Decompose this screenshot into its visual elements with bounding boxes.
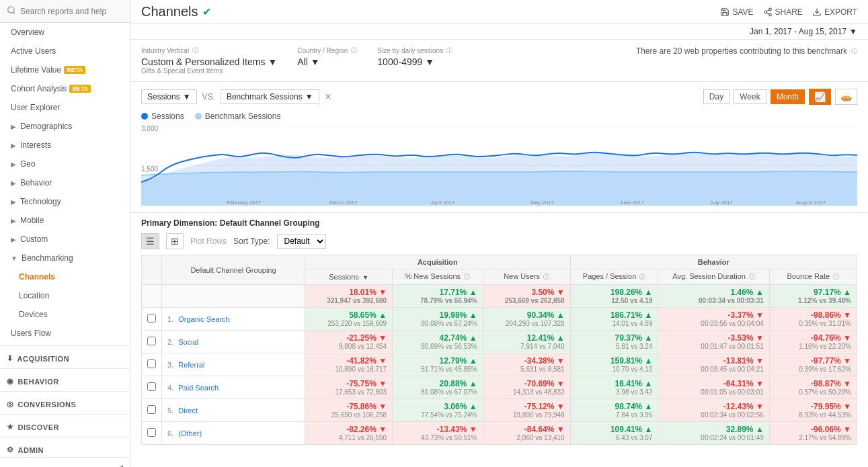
sidebar-item-behavior[interactable]: ▶ Behavior [0, 173, 130, 192]
sidebar-section-behavior[interactable]: ◉ BEHAVIOR [0, 372, 130, 388]
sidebar-item-mobile[interactable]: ▶ Mobile [0, 211, 130, 230]
country-filter-value[interactable]: All ▼ [297, 56, 357, 67]
channel-link[interactable]: Direct [178, 407, 198, 415]
remove-metric-icon[interactable]: ✕ [325, 92, 331, 101]
avg-duration-value: -13.81% ▼ [664, 356, 763, 366]
row-checkbox[interactable] [142, 399, 162, 422]
pages-column-header[interactable]: Pages / Session ⓘ [570, 269, 658, 285]
sidebar-item-interests[interactable]: ▶ Interests [0, 136, 130, 155]
sessions-value: -21.25% ▼ [311, 333, 387, 343]
sidebar-item-devices[interactable]: Devices [0, 305, 130, 324]
share-button[interactable]: SHARE [763, 7, 803, 17]
chevron-right-icon: ▶ [11, 161, 16, 168]
beta-badge: BETA [69, 85, 91, 93]
arrow-down-icon: ▼ [756, 356, 764, 366]
sidebar-item-user-explorer[interactable]: User Explorer [0, 98, 130, 117]
sidebar-item-lifetime-value[interactable]: Lifetime Value BETA [0, 60, 130, 79]
sidebar-section-admin[interactable]: ⚙ ADMIN [0, 440, 130, 457]
sessions-legend-dot [141, 113, 148, 120]
row-checkbox-input[interactable] [147, 428, 156, 437]
sidebar-item-geo[interactable]: ▶ Geo [0, 155, 130, 173]
channel-link[interactable]: Referral [178, 361, 204, 369]
industry-filter-value[interactable]: Custom & Personalized Items ▼ [141, 56, 277, 67]
secondary-metric-selector[interactable]: Benchmark Sessions ▼ [221, 89, 319, 104]
pie-chart-button[interactable]: 🥧 [835, 89, 857, 105]
sidebar-item-users-flow[interactable]: Users Flow [0, 324, 130, 343]
sidebar-item-cohort-analysis[interactable]: Cohort Analysis BETA [0, 79, 130, 98]
export-button[interactable]: EXPORT [812, 7, 857, 17]
row-checkbox-input[interactable] [147, 314, 156, 323]
chart-view-buttons: Day Week Month 📈 🥧 [703, 89, 857, 105]
new-users-column-header[interactable]: New Users ⓘ [483, 269, 570, 285]
arrow-up-icon: ▲ [557, 310, 565, 320]
sidebar-item-location[interactable]: Location [0, 286, 130, 305]
avg-duration-column-header[interactable]: Avg. Session Duration ⓘ [658, 269, 769, 285]
divider [0, 368, 130, 369]
arrow-down-icon: ▼ [379, 402, 387, 411]
sidebar-item-overview[interactable]: Overview [0, 23, 130, 42]
sidebar-item-technology[interactable]: ▶ Technology [0, 192, 130, 211]
avg-duration-cell: -64.31% ▼ 00:01:05 vs 00:03:01 [658, 376, 769, 399]
row-checkbox[interactable] [142, 331, 162, 353]
channel-link[interactable]: Social [178, 338, 198, 346]
table-row: 5. Direct -75.86% ▼ 25,650 vs 106,258 3.… [142, 399, 857, 422]
pages-value: 16.41% ▲ [576, 379, 653, 388]
channel-column-header: Default Channel Grouping [162, 255, 305, 285]
sidebar-item-custom[interactable]: ▶ Custom [0, 230, 130, 249]
sidebar-item-channels[interactable]: Channels [0, 267, 130, 286]
sidebar-collapse-button[interactable]: ◀ [0, 457, 130, 467]
svg-text:May 2017: May 2017 [530, 200, 554, 206]
date-range-selector[interactable]: Jan 1, 2017 - Aug 15, 2017 ▼ [750, 27, 857, 36]
section-label: ADMIN [18, 446, 44, 454]
new-sessions-value: 42.74% ▲ [398, 333, 477, 343]
save-button[interactable]: SAVE [720, 7, 753, 17]
month-period-button[interactable]: Month [771, 89, 805, 104]
admin-icon: ⚙ [7, 445, 14, 454]
line-chart-button[interactable]: 📈 [809, 89, 831, 105]
sidebar-item-benchmarking[interactable]: ▼ Benchmarking [0, 249, 130, 267]
new-users-value: -84.64% ▼ [489, 425, 565, 434]
sidebar-item-demographics[interactable]: ▶ Demographics [0, 117, 130, 136]
search-bar[interactable] [0, 0, 130, 23]
new-users-cell: -70.69% ▼ 14,313 vs 48,832 [483, 376, 570, 399]
sidebar-section-discover[interactable]: ★ DISCOVER [0, 417, 130, 434]
day-period-button[interactable]: Day [703, 89, 729, 104]
avg-duration-value: -3.53% ▼ [664, 333, 763, 343]
size-filter-value[interactable]: 1000-4999 ▼ [377, 56, 452, 67]
channel-link[interactable]: (Other) [178, 429, 202, 437]
arrow-down-icon: ▼ [756, 402, 764, 411]
new-sessions-column-header[interactable]: % New Sessions ⓘ [393, 269, 483, 285]
chevron-right-icon: ▶ [11, 198, 16, 206]
channel-link[interactable]: Paid Search [178, 384, 219, 392]
row-checkbox[interactable] [142, 308, 162, 331]
new-sessions-value: 12.79% ▲ [398, 356, 477, 366]
sessions-column-header[interactable]: Sessions ▼ [305, 269, 392, 285]
pages-sub: 5.81 vs 3.24 [576, 343, 653, 350]
chart-section: Sessions ▼ VS. Benchmark Sessions ▼ ✕ Da… [130, 82, 868, 213]
channel-link[interactable]: Organic Search [178, 315, 229, 323]
search-input[interactable] [20, 7, 123, 16]
new-sessions-sub: 43.73% vs 50.51% [398, 434, 477, 441]
sort-type-select[interactable]: Default [277, 234, 326, 249]
main-content: Channels ✔ SAVE SHARE EXPORT Jan 1, 2017… [130, 0, 868, 467]
sidebar-section-conversions[interactable]: ◎ CONVERSIONS [0, 394, 130, 411]
vs-label: VS. [202, 92, 215, 101]
sidebar-item-active-users[interactable]: Active Users [0, 42, 130, 60]
week-period-button[interactable]: Week [734, 89, 766, 104]
row-checkbox-input[interactable] [147, 382, 156, 391]
primary-metric-selector[interactable]: Sessions ▼ [141, 89, 197, 104]
row-checkbox-input[interactable] [147, 337, 156, 345]
list-view-button[interactable]: ☰ [141, 233, 159, 249]
svg-text:July 2017: July 2017 [710, 200, 733, 206]
row-checkbox-input[interactable] [147, 359, 156, 368]
channel-cell: 2. Social [162, 331, 305, 353]
sidebar-section-acquisition[interactable]: ⬇ ACQUISITION [0, 349, 130, 366]
bounce-rate-column-header[interactable]: Bounce Rate ⓘ [769, 269, 857, 285]
row-checkbox[interactable] [142, 376, 162, 399]
row-checkbox[interactable] [142, 353, 162, 376]
row-checkbox[interactable] [142, 422, 162, 445]
grid-view-button[interactable]: ⊞ [166, 233, 184, 249]
svg-text:June 2017: June 2017 [619, 200, 644, 206]
bounce-rate-sub: 0.39% vs 17.62% [775, 366, 851, 373]
row-checkbox-input[interactable] [147, 405, 156, 414]
